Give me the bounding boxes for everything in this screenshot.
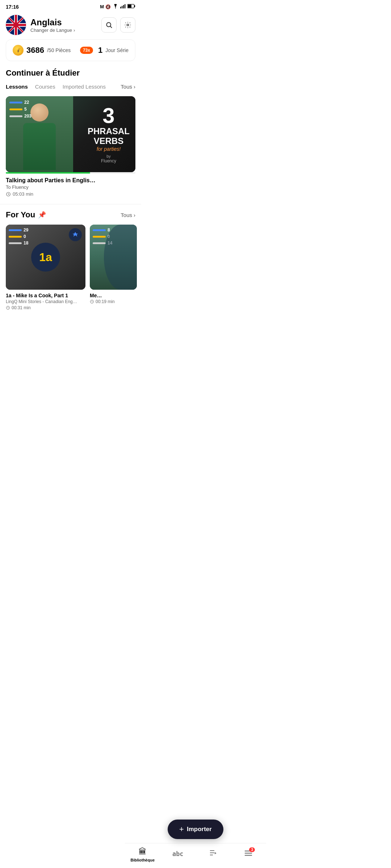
lesson-title: Talking about Parties in Englis…	[6, 177, 135, 184]
language-name: Anglais	[30, 17, 101, 27]
streak-multiplier: 73x	[80, 47, 93, 54]
svg-rect-7	[128, 5, 131, 8]
story-number-badge: 1a	[31, 243, 60, 272]
lingq-badge	[69, 228, 82, 241]
story-info-2: Me… 00:19 min	[90, 290, 137, 306]
for-you-title: For You 📌	[6, 210, 121, 220]
streak-days: 1	[98, 46, 102, 55]
tabs-row: Lessons Courses Imported Lessons Tous ›	[0, 82, 141, 96]
overlay-brand: Fluency	[88, 158, 130, 163]
tab-lessons[interactable]: Lessons	[6, 82, 28, 91]
status-bar: 17:16 M 🔇	[0, 0, 141, 12]
for-you-header: For You 📌 Tous ›	[0, 210, 141, 225]
coin-icon: 💰	[13, 45, 24, 56]
story-stats-1: 29 0 18	[9, 227, 28, 246]
svg-rect-6	[134, 5, 135, 7]
continue-section: Continuer à Étudier Lessons Courses Impo…	[0, 68, 141, 198]
tab-imported[interactable]: Imported Lessons	[63, 82, 106, 91]
change-language[interactable]: Changer de Langue ›	[30, 27, 101, 33]
svg-rect-2	[122, 6, 122, 8]
battery-icon	[127, 4, 135, 9]
chevron-icon: ›	[73, 27, 75, 33]
stats-bar: 💰 3686 /50 Pièces 73x 1 Jour Série	[6, 39, 135, 61]
cards-row: 29 0 18 1a 1a	[0, 225, 141, 312]
divider	[0, 204, 141, 204]
stat-blue: 22	[24, 100, 29, 105]
status-time: 17:16	[6, 4, 19, 10]
search-button[interactable]	[101, 17, 117, 33]
svg-point-0	[115, 8, 116, 8]
lesson-stats: 22 5 203	[9, 100, 31, 119]
lesson-duration: 05:03 min	[6, 191, 135, 197]
story-card-2[interactable]: 8 0 14 Me…	[90, 225, 137, 312]
story-subtitle-1: LingQ Mini Stories - Canadian Eng…	[6, 299, 85, 304]
svg-rect-3	[123, 5, 124, 9]
stat-yellow: 5	[24, 107, 27, 112]
story-thumbnail-1: 29 0 18 1a	[6, 225, 85, 290]
mute-icon: 🔇	[105, 4, 111, 9]
overlay-verbs: VERBS	[88, 136, 130, 146]
overlay-for: for parties!	[88, 146, 130, 152]
svg-point-12	[127, 24, 129, 26]
story-info-1: 1a - Mike Is a Cook, Part 1 LingQ Mini S…	[6, 290, 85, 312]
chevron-right-icon: ›	[134, 84, 135, 90]
tous-link-1[interactable]: Tous ›	[121, 84, 135, 90]
streak-label: Jour Série	[105, 47, 129, 53]
streak-stat: 73x 1 Jour Série	[80, 46, 129, 55]
chevron-right-icon-2: ›	[134, 212, 135, 218]
header: Anglais Changer de Langue ›	[0, 12, 141, 39]
flag-uk	[6, 15, 26, 35]
story-title-1: 1a - Mike Is a Cook, Part 1	[6, 293, 85, 298]
svg-rect-1	[120, 7, 121, 9]
story-card-1[interactable]: 29 0 18 1a 1a	[6, 225, 85, 312]
stat-white: 203	[24, 114, 31, 119]
coins-label: /50 Pièces	[47, 47, 71, 53]
tab-courses[interactable]: Courses	[35, 82, 55, 91]
card1-stat-yellow: 0	[24, 234, 26, 239]
pin-icon: 📌	[38, 211, 46, 219]
story-duration-2: 00:19 min	[90, 299, 137, 304]
svg-rect-4	[125, 4, 125, 8]
for-you-section: For You 📌 Tous ›	[0, 210, 141, 312]
status-icons: M 🔇	[100, 4, 135, 10]
coins-stat: 💰 3686 /50 Pièces	[13, 45, 71, 56]
settings-button[interactable]	[120, 17, 135, 33]
wifi-icon	[112, 4, 119, 10]
story-title-2: Me…	[90, 293, 137, 298]
header-actions	[101, 17, 135, 33]
signal-icon	[120, 4, 126, 10]
story-thumbnail-2: 8 0 14	[90, 225, 137, 290]
overlay-number: 3	[88, 105, 130, 127]
header-title: Anglais Changer de Langue ›	[30, 17, 101, 33]
lesson-card[interactable]: 22 5 203 3 PHRASAL VERBS for	[6, 96, 135, 198]
lesson-author: To Fluency	[6, 184, 135, 190]
card1-stat-white: 18	[24, 241, 28, 246]
email-icon: M	[100, 4, 104, 9]
story-duration-1: 00:31 min	[6, 305, 85, 310]
lesson-thumbnail: 22 5 203 3 PHRASAL VERBS for	[6, 96, 135, 172]
continue-title: Continuer à Étudier	[0, 68, 141, 82]
overlay-phrasal: PHRASAL	[88, 127, 130, 136]
lesson-info: Talking about Parties in Englis… To Flue…	[6, 174, 135, 198]
card1-stat-blue: 29	[24, 227, 28, 233]
tous-link-2[interactable]: Tous ›	[121, 212, 135, 218]
coins-value: 3686	[26, 46, 44, 55]
